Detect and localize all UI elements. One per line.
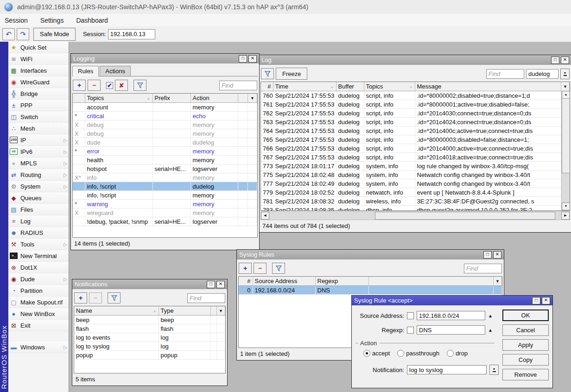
- col-regexp[interactable]: Regexp: [315, 277, 368, 286]
- tab-rules[interactable]: Rules: [72, 66, 99, 76]
- col-buffer[interactable]: Buffer: [336, 82, 364, 91]
- syslog-find-input[interactable]: [464, 264, 502, 273]
- table-row[interactable]: log to sysloglog: [74, 342, 225, 351]
- col-flags[interactable]: [73, 94, 85, 103]
- logging-window-titlebar[interactable]: Logging □ ✕: [71, 54, 259, 63]
- safe-mode-button[interactable]: Safe Mode: [33, 28, 76, 41]
- scroll-left-button[interactable]: ◀: [261, 212, 269, 220]
- syslog-rules-titlebar[interactable]: Syslog Rules □ ✕: [237, 250, 504, 259]
- add-button[interactable]: +: [74, 292, 87, 303]
- sidebar-item-dude[interactable]: ◉Dude▷: [8, 273, 69, 285]
- columns-menu-button[interactable]: ▼: [217, 306, 225, 316]
- table-row[interactable]: 766Sep/21/2024 17:55:53dudelogscript, in…: [261, 144, 570, 153]
- sidebar-item-routing[interactable]: ⇄Routing▷: [8, 169, 69, 181]
- sidebar-item-exit[interactable]: ⊠Exit: [8, 320, 69, 331]
- undo-button[interactable]: ↶: [2, 28, 15, 40]
- buffer-filter-dropdown-button[interactable]: ▼: [560, 69, 570, 79]
- sidebar-item-new-winbox[interactable]: ●New WinBox: [8, 308, 69, 320]
- radio-drop-label[interactable]: drop: [456, 350, 468, 357]
- table-row[interactable]: Xwireguardmemory: [73, 209, 257, 217]
- buffer-filter-select[interactable]: dudelog: [526, 69, 558, 79]
- sidebar-item-mesh[interactable]: ∴Mesh: [8, 123, 69, 134]
- add-button[interactable]: +: [73, 80, 86, 91]
- logging-find-input[interactable]: [219, 81, 257, 90]
- sidebar-item-ppp[interactable]: ±PPP: [8, 100, 69, 111]
- log-vertical-scrollbar[interactable]: ▲ ▼: [561, 91, 570, 210]
- sidebar-item-files[interactable]: ▤Files: [8, 204, 69, 215]
- filter-button[interactable]: [133, 80, 146, 91]
- col-name[interactable]: Name▲: [74, 306, 159, 316]
- notifications-find-input[interactable]: [187, 293, 225, 303]
- filter-button[interactable]: [108, 292, 121, 303]
- maximize-button[interactable]: □: [551, 57, 559, 64]
- sidebar-item-tools[interactable]: ⚒Tools▷: [8, 239, 69, 250]
- col-number[interactable]: #: [261, 82, 273, 91]
- sidebar-item-system[interactable]: ⚙System▷: [8, 181, 69, 192]
- col-topics[interactable]: Topics▲: [364, 82, 415, 91]
- radio-accept[interactable]: [363, 350, 370, 357]
- col-topics[interactable]: Topics▲: [85, 94, 152, 103]
- close-button[interactable]: ✕: [216, 281, 225, 288]
- sidebar-item-switch[interactable]: ◫Switch: [8, 111, 69, 123]
- table-row[interactable]: flashflash: [74, 324, 225, 333]
- tab-actions[interactable]: Actions: [100, 66, 131, 76]
- table-row[interactable]: 781Sep/21/2024 18:08:32dudelogwireless, …: [261, 197, 570, 206]
- table-row[interactable]: info, !scriptmemory: [73, 191, 257, 200]
- col-type[interactable]: Type: [159, 306, 210, 316]
- filter-button[interactable]: [272, 263, 285, 274]
- table-row[interactable]: 763Sep/21/2024 17:55:53dudelogscript, in…: [261, 118, 570, 126]
- table-row[interactable]: Xdebugmemory: [73, 129, 257, 138]
- log-window-titlebar[interactable]: Log □ ✕: [259, 55, 571, 65]
- menu-dashboard[interactable]: Dashboard: [76, 17, 108, 24]
- remove-button[interactable]: −: [88, 80, 101, 91]
- close-button[interactable]: ✕: [493, 251, 501, 259]
- disable-button[interactable]: ✘: [115, 80, 128, 91]
- table-row[interactable]: Xdudedudelog: [73, 138, 257, 147]
- radio-drop[interactable]: [447, 350, 454, 357]
- col-number[interactable]: #: [239, 277, 253, 286]
- sidebar-item-ip[interactable]: 255IP▷: [8, 134, 69, 146]
- add-button[interactable]: +: [239, 263, 252, 274]
- sidebar-item-interfaces[interactable]: ▦Interfaces: [8, 65, 69, 76]
- ok-button[interactable]: OK: [502, 310, 549, 321]
- table-row[interactable]: Xdebugmemory: [73, 120, 257, 129]
- sidebar-item-wifi[interactable]: ≋WiFi: [8, 53, 69, 65]
- table-row[interactable]: 0192.168.0.0/24DNS: [239, 286, 502, 295]
- sidebar-item-ipv6[interactable]: v6IPv6▷: [8, 146, 69, 158]
- table-row[interactable]: 761Sep/21/2024 17:55:53dudelogscript, in…: [261, 100, 570, 109]
- apply-button[interactable]: Apply: [502, 339, 549, 351]
- columns-menu-button[interactable]: ▼: [248, 94, 257, 103]
- regexp-checkbox[interactable]: [407, 327, 414, 334]
- notification-dropdown-button[interactable]: ▼: [489, 365, 499, 375]
- freeze-button[interactable]: Freeze: [276, 68, 307, 80]
- scroll-down-button[interactable]: ▼: [562, 202, 570, 210]
- table-row[interactable]: info, !scriptdudelog: [73, 182, 257, 191]
- table-row[interactable]: 760Sep/21/2024 17:55:53dudelogscript, in…: [261, 91, 570, 100]
- table-row[interactable]: *errormemory: [73, 147, 257, 156]
- table-row[interactable]: 762Sep/21/2024 17:55:53dudelogscript, in…: [261, 109, 570, 118]
- sidebar-item-partition[interactable]: ◔Partition: [8, 285, 69, 297]
- close-button[interactable]: ✕: [542, 297, 550, 304]
- radio-passthrough[interactable]: [397, 350, 404, 357]
- maximize-button[interactable]: □: [483, 251, 492, 259]
- table-row[interactable]: hotspotserial=HE...logserver: [73, 164, 257, 173]
- table-row[interactable]: X*infomemory: [73, 173, 257, 182]
- cancel-button[interactable]: Cancel: [502, 324, 549, 336]
- remove-button[interactable]: −: [254, 263, 266, 274]
- table-row[interactable]: 773Sep/21/2024 18:01:17dudelogsystem, in…: [261, 162, 570, 171]
- source-address-checkbox[interactable]: [407, 312, 414, 319]
- sidebar-item-bridge[interactable]: ╬Bridge: [8, 88, 69, 100]
- table-row[interactable]: 783Sep/21/2024 18:08:35dudelogdhcp, info…: [261, 206, 570, 211]
- sidebar-item-dot1x[interactable]: ⊗Dot1X: [8, 262, 69, 273]
- enable-button[interactable]: ✔: [106, 82, 113, 89]
- session-address-field[interactable]: 192.168.0.13: [108, 29, 155, 39]
- sidebar-item-log[interactable]: ≡Log: [8, 215, 69, 227]
- radio-accept-label[interactable]: accept: [372, 350, 390, 357]
- regexp-input[interactable]: DNS: [417, 325, 485, 335]
- menu-session[interactable]: Session: [5, 17, 28, 24]
- maximize-button[interactable]: □: [532, 297, 540, 304]
- maximize-button[interactable]: □: [239, 55, 247, 63]
- sidebar-item-make-supout-rif[interactable]: ▢Make Supout.rif: [8, 297, 69, 308]
- columns-menu-button[interactable]: ▼: [561, 82, 570, 91]
- table-row[interactable]: 775Sep/21/2024 18:02:48dudelogsystem, in…: [261, 171, 570, 179]
